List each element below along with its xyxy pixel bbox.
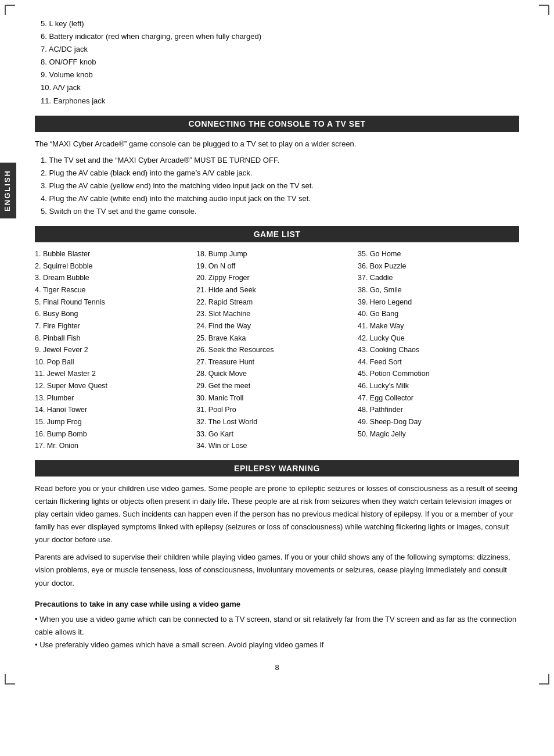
game-46: 46. Lucky’s Milk — [358, 380, 515, 392]
intro-item-2: 6. Battery indicator (red when charging,… — [41, 30, 519, 43]
game-7: 7. Fire Fighter — [35, 320, 192, 332]
english-tab: ENGLISH — [0, 163, 16, 218]
game-4: 4. Tiger Rescue — [35, 284, 192, 296]
game-45: 45. Potion Commotion — [358, 368, 515, 380]
game-19: 19. On N off — [196, 260, 353, 273]
game-col-2: 18. Bump Jump 19. On N off 20. Zippy Fro… — [196, 248, 358, 452]
connecting-step-2: 2. Plug the AV cable (black end) into th… — [41, 167, 519, 180]
game-25: 25. Brave Kaka — [196, 332, 353, 345]
game-1: 1. Bubble Blaster — [35, 248, 192, 260]
game-44: 44. Feed Sort — [358, 356, 515, 368]
game-27: 27. Treasure Hunt — [196, 356, 353, 368]
game-35: 35. Go Home — [358, 248, 515, 260]
intro-item-5: 9. Volume knob — [41, 69, 519, 81]
game-17: 17. Mr. Onion — [35, 440, 192, 452]
game-26: 26. Seek the Resources — [196, 344, 353, 356]
intro-item-3: 7. AC/DC jack — [41, 43, 519, 56]
game-16: 16. Bump Bomb — [35, 428, 192, 440]
game-col-3: 35. Go Home 36. Box Puzzle 37. Caddie 38… — [358, 248, 519, 452]
intro-list: 5. L key (left) 6. Battery indicator (re… — [41, 17, 519, 108]
game-8: 8. Pinball Fish — [35, 332, 192, 345]
game-39: 39. Hero Legend — [358, 296, 515, 309]
precautions-title: Precautions to take in any case while us… — [35, 598, 519, 611]
game-49: 49. Sheep-Dog Day — [358, 416, 515, 428]
game-14: 14. Hanoi Tower — [35, 404, 192, 416]
game-list-header: GAME LIST — [35, 226, 519, 242]
game-31: 31. Pool Pro — [196, 404, 353, 416]
epilepsy-para-1: Read before you or your children use vid… — [35, 482, 519, 546]
game-47: 47. Egg Collector — [358, 392, 515, 404]
game-12: 12. Super Move Quest — [35, 380, 192, 392]
game-list: 1. Bubble Blaster 2. Squirrel Bobble 3. … — [35, 248, 519, 452]
game-15: 15. Jump Frog — [35, 416, 192, 428]
game-28: 28. Quick Move — [196, 368, 353, 380]
game-21: 21. Hide and Seek — [196, 284, 353, 296]
game-33: 33. Go Kart — [196, 428, 353, 440]
connecting-intro: The “MAXI Cyber Arcade®” game console ca… — [35, 138, 519, 151]
game-10: 10. Pop Ball — [35, 356, 192, 368]
intro-item-1: 5. L key (left) — [41, 17, 519, 30]
corner-mark-tr — [539, 5, 549, 15]
game-2: 2. Squirrel Bobble — [35, 260, 192, 273]
game-41: 41. Make Way — [358, 320, 515, 332]
game-38: 38. Go, Smile — [358, 284, 515, 296]
game-col-1: 1. Bubble Blaster 2. Squirrel Bobble 3. … — [35, 248, 196, 452]
game-43: 43. Cooking Chaos — [358, 344, 515, 356]
game-48: 48. Pathfinder — [358, 404, 515, 416]
game-6: 6. Busy Bong — [35, 308, 192, 320]
epilepsy-para-2: Parents are advised to supervise their c… — [35, 551, 519, 589]
corner-mark-bl — [5, 674, 15, 685]
game-3: 3. Dream Bubble — [35, 272, 192, 284]
game-24: 24. Find the Way — [196, 320, 353, 332]
game-37: 37. Caddie — [358, 272, 515, 284]
game-42: 42. Lucky Que — [358, 332, 515, 345]
game-18: 18. Bump Jump — [196, 248, 353, 260]
game-30: 30. Manic Troll — [196, 392, 353, 404]
connecting-step-1: 1. The TV set and the “MAXI Cyber Arcade… — [41, 154, 519, 167]
game-20: 20. Zippy Froger — [196, 272, 353, 284]
game-13: 13. Plumber — [35, 392, 192, 404]
connecting-step-3: 3. Plug the AV cable (yellow end) into t… — [41, 180, 519, 192]
game-22: 22. Rapid Stream — [196, 296, 353, 309]
game-50: 50. Magic Jelly — [358, 428, 515, 440]
game-32: 32. The Lost World — [196, 416, 353, 428]
precaution-1: • When you use a video game which can be… — [35, 613, 519, 639]
connecting-step-4: 4. Plug the AV cable (white end) into th… — [41, 192, 519, 205]
game-36: 36. Box Puzzle — [358, 260, 515, 273]
connecting-steps: 1. The TV set and the “MAXI Cyber Arcade… — [41, 154, 519, 218]
intro-item-4: 8. ON/OFF knob — [41, 56, 519, 69]
game-34: 34. Win or Lose — [196, 440, 353, 452]
page-number: 8 — [35, 663, 519, 672]
precaution-2: • Use preferably video games which have … — [35, 639, 519, 651]
intro-item-6: 10. A/V jack — [41, 81, 519, 94]
connecting-step-5: 5. Switch on the TV set and the game con… — [41, 205, 519, 218]
game-40: 40. Go Bang — [358, 308, 515, 320]
game-23: 23. Slot Machine — [196, 308, 353, 320]
intro-item-7: 11. Earphones jack — [41, 95, 519, 108]
game-9: 9. Jewel Fever 2 — [35, 344, 192, 356]
corner-mark-tl — [5, 5, 15, 15]
game-5: 5. Final Round Tennis — [35, 296, 192, 309]
corner-mark-br — [539, 674, 549, 685]
epilepsy-content: Read before you or your children use vid… — [35, 482, 519, 590]
page: ENGLISH 5. L key (left) 6. Battery indic… — [0, 0, 554, 689]
game-29: 29. Get the meet — [196, 380, 353, 392]
game-11: 11. Jewel Master 2 — [35, 368, 192, 380]
connecting-header: CONNECTING THE CONSOLE TO A TV SET — [35, 116, 519, 132]
epilepsy-header: EPILEPSY WARNING — [35, 460, 519, 476]
